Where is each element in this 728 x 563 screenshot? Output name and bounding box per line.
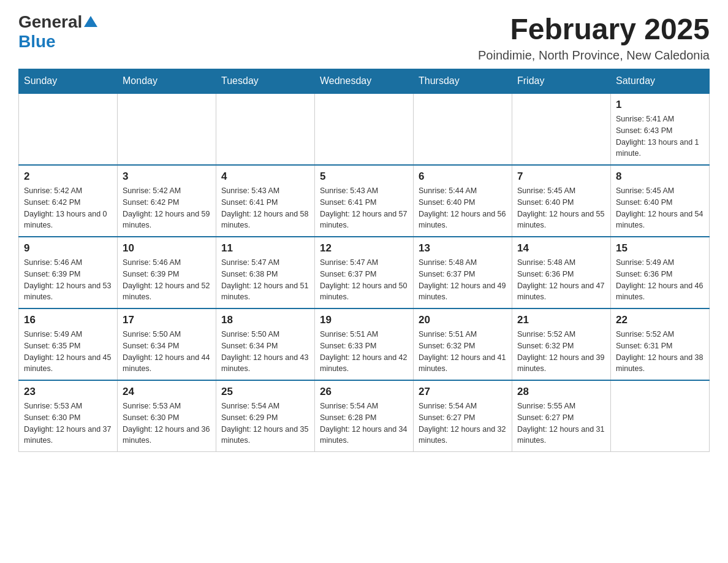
day-number: 16	[24, 314, 112, 326]
day-info: Sunrise: 5:45 AMSunset: 6:40 PMDaylight:…	[616, 185, 704, 231]
day-info: Sunrise: 5:43 AMSunset: 6:41 PMDaylight:…	[320, 185, 408, 231]
day-number: 5	[320, 170, 408, 183]
col-saturday: Saturday	[611, 69, 710, 94]
logo-blue-text: Blue	[18, 32, 56, 51]
day-number: 17	[123, 314, 211, 326]
day-info: Sunrise: 5:45 AMSunset: 6:40 PMDaylight:…	[517, 185, 605, 231]
day-number: 3	[123, 170, 211, 183]
calendar-week-4: 16Sunrise: 5:49 AMSunset: 6:35 PMDayligh…	[19, 308, 710, 380]
day-number: 4	[221, 170, 309, 183]
day-info: Sunrise: 5:48 AMSunset: 6:36 PMDaylight:…	[517, 257, 605, 303]
table-row: 20Sunrise: 5:51 AMSunset: 6:32 PMDayligh…	[414, 308, 512, 380]
table-row: 25Sunrise: 5:54 AMSunset: 6:29 PMDayligh…	[216, 380, 315, 452]
day-info: Sunrise: 5:51 AMSunset: 6:33 PMDaylight:…	[320, 329, 408, 375]
table-row	[512, 93, 611, 165]
day-info: Sunrise: 5:49 AMSunset: 6:35 PMDaylight:…	[24, 329, 112, 375]
day-number: 14	[517, 242, 605, 255]
day-number: 10	[123, 242, 211, 255]
calendar-week-3: 9Sunrise: 5:46 AMSunset: 6:39 PMDaylight…	[19, 237, 710, 308]
day-info: Sunrise: 5:52 AMSunset: 6:31 PMDaylight:…	[616, 329, 704, 375]
day-info: Sunrise: 5:47 AMSunset: 6:37 PMDaylight:…	[320, 257, 408, 303]
day-info: Sunrise: 5:54 AMSunset: 6:27 PMDaylight:…	[419, 400, 507, 446]
table-row: 2Sunrise: 5:42 AMSunset: 6:42 PMDaylight…	[19, 165, 118, 237]
col-thursday: Thursday	[414, 69, 512, 94]
day-number: 12	[320, 242, 408, 255]
day-info: Sunrise: 5:41 AMSunset: 6:43 PMDaylight:…	[616, 113, 704, 159]
table-row: 3Sunrise: 5:42 AMSunset: 6:42 PMDaylight…	[118, 165, 216, 237]
calendar-week-2: 2Sunrise: 5:42 AMSunset: 6:42 PMDaylight…	[19, 165, 710, 237]
day-info: Sunrise: 5:50 AMSunset: 6:34 PMDaylight:…	[123, 329, 211, 375]
day-info: Sunrise: 5:46 AMSunset: 6:39 PMDaylight:…	[123, 257, 211, 303]
day-number: 19	[320, 314, 408, 326]
day-number: 8	[616, 170, 704, 183]
table-row: 26Sunrise: 5:54 AMSunset: 6:28 PMDayligh…	[315, 380, 414, 452]
day-info: Sunrise: 5:46 AMSunset: 6:39 PMDaylight:…	[24, 257, 112, 303]
table-row: 11Sunrise: 5:47 AMSunset: 6:38 PMDayligh…	[216, 237, 315, 308]
table-row: 15Sunrise: 5:49 AMSunset: 6:36 PMDayligh…	[611, 237, 710, 308]
day-number: 22	[616, 314, 704, 326]
table-row: 28Sunrise: 5:55 AMSunset: 6:27 PMDayligh…	[512, 380, 611, 452]
table-row: 13Sunrise: 5:48 AMSunset: 6:37 PMDayligh…	[414, 237, 512, 308]
table-row: 4Sunrise: 5:43 AMSunset: 6:41 PMDaylight…	[216, 165, 315, 237]
table-row: 21Sunrise: 5:52 AMSunset: 6:32 PMDayligh…	[512, 308, 611, 380]
calendar-header-row: Sunday Monday Tuesday Wednesday Thursday…	[19, 69, 710, 94]
day-info: Sunrise: 5:51 AMSunset: 6:32 PMDaylight:…	[419, 329, 507, 375]
day-number: 20	[419, 314, 507, 326]
col-monday: Monday	[118, 69, 216, 94]
col-wednesday: Wednesday	[315, 69, 414, 94]
col-sunday: Sunday	[19, 69, 118, 94]
day-info: Sunrise: 5:47 AMSunset: 6:38 PMDaylight:…	[221, 257, 309, 303]
day-info: Sunrise: 5:53 AMSunset: 6:30 PMDaylight:…	[123, 400, 211, 446]
day-number: 6	[419, 170, 507, 183]
day-number: 26	[320, 386, 408, 398]
table-row	[216, 93, 315, 165]
table-row: 8Sunrise: 5:45 AMSunset: 6:40 PMDaylight…	[611, 165, 710, 237]
day-number: 18	[221, 314, 309, 326]
day-info: Sunrise: 5:42 AMSunset: 6:42 PMDaylight:…	[24, 185, 112, 231]
table-row: 12Sunrise: 5:47 AMSunset: 6:37 PMDayligh…	[315, 237, 414, 308]
table-row: 19Sunrise: 5:51 AMSunset: 6:33 PMDayligh…	[315, 308, 414, 380]
day-info: Sunrise: 5:50 AMSunset: 6:34 PMDaylight:…	[221, 329, 309, 375]
table-row: 1Sunrise: 5:41 AMSunset: 6:43 PMDaylight…	[611, 93, 710, 165]
day-number: 23	[24, 386, 112, 398]
logo-triangle-icon	[84, 16, 97, 27]
day-number: 9	[24, 242, 112, 255]
page-title: February 2025	[478, 12, 710, 46]
calendar-week-5: 23Sunrise: 5:53 AMSunset: 6:30 PMDayligh…	[19, 380, 710, 452]
day-number: 1	[616, 99, 704, 111]
table-row	[19, 93, 118, 165]
day-info: Sunrise: 5:52 AMSunset: 6:32 PMDaylight:…	[517, 329, 605, 375]
day-info: Sunrise: 5:43 AMSunset: 6:41 PMDaylight:…	[221, 185, 309, 231]
table-row	[611, 380, 710, 452]
day-info: Sunrise: 5:54 AMSunset: 6:29 PMDaylight:…	[221, 400, 309, 446]
day-info: Sunrise: 5:44 AMSunset: 6:40 PMDaylight:…	[419, 185, 507, 231]
table-row: 10Sunrise: 5:46 AMSunset: 6:39 PMDayligh…	[118, 237, 216, 308]
calendar-week-1: 1Sunrise: 5:41 AMSunset: 6:43 PMDaylight…	[19, 93, 710, 165]
table-row: 17Sunrise: 5:50 AMSunset: 6:34 PMDayligh…	[118, 308, 216, 380]
table-row	[118, 93, 216, 165]
table-row	[414, 93, 512, 165]
logo: General Blue	[18, 12, 97, 52]
table-row: 18Sunrise: 5:50 AMSunset: 6:34 PMDayligh…	[216, 308, 315, 380]
day-number: 28	[517, 386, 605, 398]
page-subtitle: Poindimie, North Province, New Caledonia	[478, 48, 710, 63]
table-row: 16Sunrise: 5:49 AMSunset: 6:35 PMDayligh…	[19, 308, 118, 380]
table-row: 23Sunrise: 5:53 AMSunset: 6:30 PMDayligh…	[19, 380, 118, 452]
day-info: Sunrise: 5:49 AMSunset: 6:36 PMDaylight:…	[616, 257, 704, 303]
day-info: Sunrise: 5:53 AMSunset: 6:30 PMDaylight:…	[24, 400, 112, 446]
calendar-table: Sunday Monday Tuesday Wednesday Thursday…	[18, 69, 710, 452]
day-number: 2	[24, 170, 112, 183]
table-row: 27Sunrise: 5:54 AMSunset: 6:27 PMDayligh…	[414, 380, 512, 452]
svg-marker-0	[84, 16, 97, 27]
day-info: Sunrise: 5:55 AMSunset: 6:27 PMDaylight:…	[517, 400, 605, 446]
table-row: 14Sunrise: 5:48 AMSunset: 6:36 PMDayligh…	[512, 237, 611, 308]
table-row: 7Sunrise: 5:45 AMSunset: 6:40 PMDaylight…	[512, 165, 611, 237]
day-number: 15	[616, 242, 704, 255]
day-info: Sunrise: 5:54 AMSunset: 6:28 PMDaylight:…	[320, 400, 408, 446]
day-number: 13	[419, 242, 507, 255]
day-info: Sunrise: 5:42 AMSunset: 6:42 PMDaylight:…	[123, 185, 211, 231]
day-info: Sunrise: 5:48 AMSunset: 6:37 PMDaylight:…	[419, 257, 507, 303]
day-number: 21	[517, 314, 605, 326]
table-row: 9Sunrise: 5:46 AMSunset: 6:39 PMDaylight…	[19, 237, 118, 308]
table-row: 6Sunrise: 5:44 AMSunset: 6:40 PMDaylight…	[414, 165, 512, 237]
